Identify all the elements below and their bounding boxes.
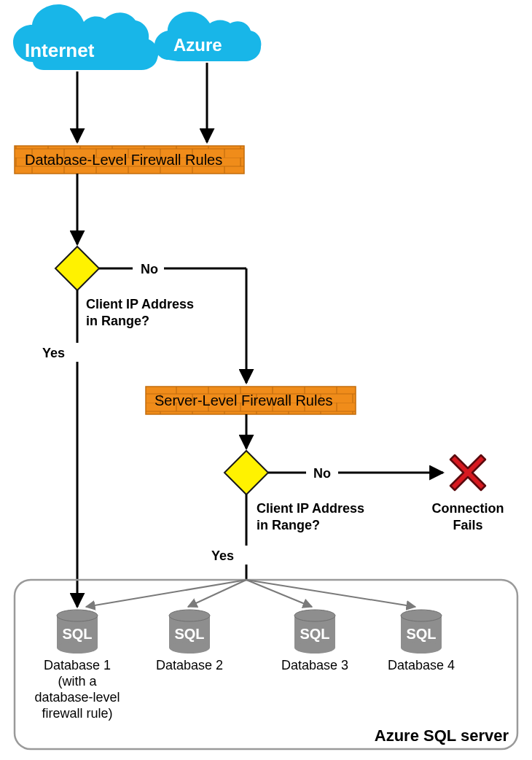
svg-point-22 bbox=[294, 642, 335, 654]
azure-sql-server-title: Azure SQL server bbox=[375, 726, 509, 745]
svg-text:Database-Level Firewall Rules: Database-Level Firewall Rules bbox=[25, 152, 222, 168]
database-4-label: Database 4 bbox=[388, 658, 455, 672]
decision1-no-label: No bbox=[141, 262, 158, 276]
arrow-fan-db3 bbox=[246, 580, 312, 607]
decision2-question-line2: in Range? bbox=[257, 518, 320, 532]
decision2-diamond bbox=[224, 451, 268, 495]
fail-label-line2: Fails bbox=[453, 518, 482, 532]
database-1-label-line3: database-level bbox=[34, 690, 120, 705]
arrow-fan-db4 bbox=[246, 580, 415, 607]
svg-text:Server-Level Firewall Rules: Server-Level Firewall Rules bbox=[154, 392, 333, 408]
svg-point-27 bbox=[401, 642, 442, 654]
svg-text:SQL: SQL bbox=[406, 626, 436, 642]
database-1-icon: SQL bbox=[57, 610, 98, 654]
cloud-internet: Internet bbox=[13, 4, 158, 70]
decision2-yes-label: Yes bbox=[211, 548, 234, 563]
arrow-fan-db2 bbox=[188, 580, 246, 607]
database-4-icon: SQL bbox=[401, 610, 442, 654]
decision1-diamond bbox=[55, 247, 99, 290]
decision1-question-line2: in Range? bbox=[86, 314, 149, 328]
cloud-azure-label: Azure bbox=[173, 35, 222, 55]
fail-label-line1: Connection bbox=[432, 501, 504, 516]
fail-x-icon bbox=[450, 455, 485, 490]
svg-point-12 bbox=[57, 642, 98, 654]
database-2-label: Database 2 bbox=[156, 658, 223, 672]
database-1-label-line2: (with a bbox=[58, 674, 97, 689]
database-3-icon: SQL bbox=[294, 610, 335, 654]
svg-text:SQL: SQL bbox=[300, 626, 329, 642]
svg-point-17 bbox=[169, 642, 210, 654]
arrow-fan-db1 bbox=[86, 580, 246, 607]
decision1-question-line1: Client IP Address bbox=[86, 297, 194, 311]
cloud-internet-label: Internet bbox=[25, 39, 95, 61]
svg-text:SQL: SQL bbox=[174, 626, 204, 642]
server-level-firewall-rules: Server-Level Firewall Rules bbox=[146, 387, 356, 414]
database-level-firewall-rules: Database-Level Firewall Rules bbox=[15, 146, 244, 174]
database-1-label-line4: firewall rule) bbox=[42, 706, 112, 721]
decision1-yes-label: Yes bbox=[42, 346, 65, 360]
decision2-no-label: No bbox=[313, 466, 331, 481]
database-3-label: Database 3 bbox=[281, 658, 348, 672]
database-2-icon: SQL bbox=[169, 610, 210, 654]
svg-text:SQL: SQL bbox=[62, 626, 92, 642]
cloud-azure: Azure bbox=[154, 12, 261, 61]
decision2-question-line1: Client IP Address bbox=[257, 501, 364, 516]
database-1-label-line1: Database 1 bbox=[44, 658, 111, 672]
